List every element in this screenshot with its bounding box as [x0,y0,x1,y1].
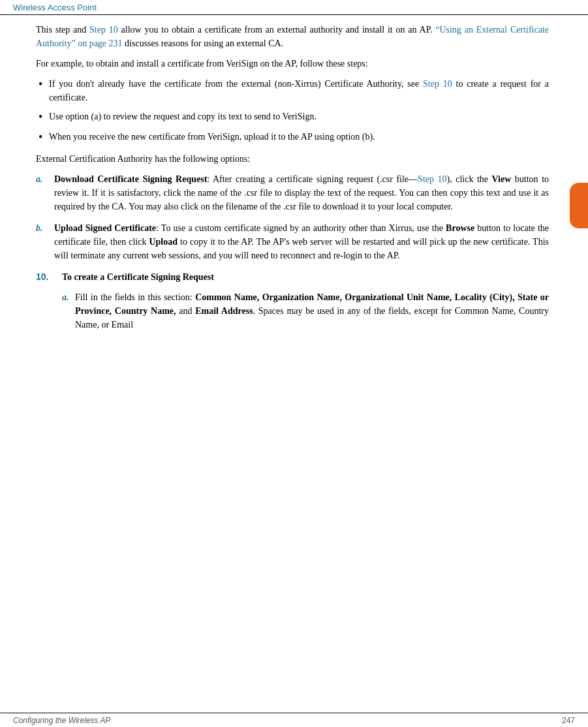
main-content: This step and Step 10 allow you to obtai… [0,15,588,371]
bullet-text-3: When you receive the new certificate fro… [49,130,549,144]
step10-sub-list: a. Fill in the fields in this section: C… [62,290,549,332]
sub-letter-a-content: Fill in the fields in this section: Comm… [75,290,549,332]
sub-a-text-before: Fill in the fields in this section: [75,292,195,302]
orange-tab [570,183,588,228]
letter-b-content: Upload Signed Certificate: To use a cust… [54,221,549,262]
header-title: Wireless Access Point [13,3,97,12]
step10-title: To create a Certificate Signing Request [62,270,214,284]
list-item: • When you receive the new certificate f… [36,130,549,145]
paragraph-3: External Certification Authority has the… [36,152,549,166]
bullet-icon: • [36,130,49,145]
para1-text-after-link1: allow you to obtain a certificate from a… [118,25,435,35]
footer-left-text: Configuring the Wireless AP [13,716,111,725]
para1-text-before-link1: This step and [36,25,89,35]
letter-a-content: Download Certificate Signing Request: Af… [54,172,549,213]
bullet-text-1: If you don't already have the certificat… [49,77,549,104]
step10-header: 10. To create a Certificate Signing Requ… [36,270,549,284]
step10-link-2[interactable]: Step 10 [423,79,452,89]
paragraph-1: This step and Step 10 allow you to obtai… [36,23,549,50]
bullet-icon: • [36,110,49,125]
sub-a-text-middle: and [176,306,196,316]
step10-link-3[interactable]: Step 10 [418,174,446,184]
list-item: • If you don't already have the certific… [36,77,549,104]
view-bold: View [492,174,512,184]
list-item-b: b. Upload Signed Certificate: To use a c… [36,221,549,262]
footer-page-number: 247 [562,716,575,725]
bullet1-before-link: If you don't already have the certificat… [49,79,423,89]
letter-a-label: a. [36,172,54,186]
step10-link-1[interactable]: Step 10 [89,25,118,35]
bullet-icon: • [36,77,49,92]
list-item: • Use option (a) to review the request a… [36,110,549,125]
letter-b-label: b. [36,221,54,235]
lettered-list: a. Download Certificate Signing Request:… [36,172,549,262]
download-csr-bold: Download Certificate Signing Request [54,174,207,184]
paragraph-2: For example, to obtain and install a cer… [36,57,549,70]
letter-b-before-browse: : To use a custom certificate signed by … [156,223,446,233]
upload-cert-bold: Upload Signed Certificate [54,223,156,233]
bullet-text-2: Use option (a) to review the request and… [49,110,549,123]
page-container: Wireless Access Point This step and Step… [0,0,588,727]
step10-sub-item-a: a. Fill in the fields in this section: C… [62,290,549,332]
letter-a-after-link: ), click the [447,174,492,184]
page-footer: Configuring the Wireless AP 247 [0,713,588,727]
bullet-list: • If you don't already have the certific… [36,77,549,146]
page-header: Wireless Access Point [0,0,588,15]
browse-bold: Browse [446,223,474,233]
sub-letter-a-label: a. [62,290,75,304]
step10-number: 10. [36,270,62,284]
sub-a-bold-text2: Email Address [195,306,253,316]
list-item-a: a. Download Certificate Signing Request:… [36,172,549,213]
para1-text-after-link2: discusses reasons for using an external … [123,39,284,48]
upload-bold: Upload [149,237,178,247]
letter-a-before-link: : After creating a certificate signing r… [207,174,418,184]
